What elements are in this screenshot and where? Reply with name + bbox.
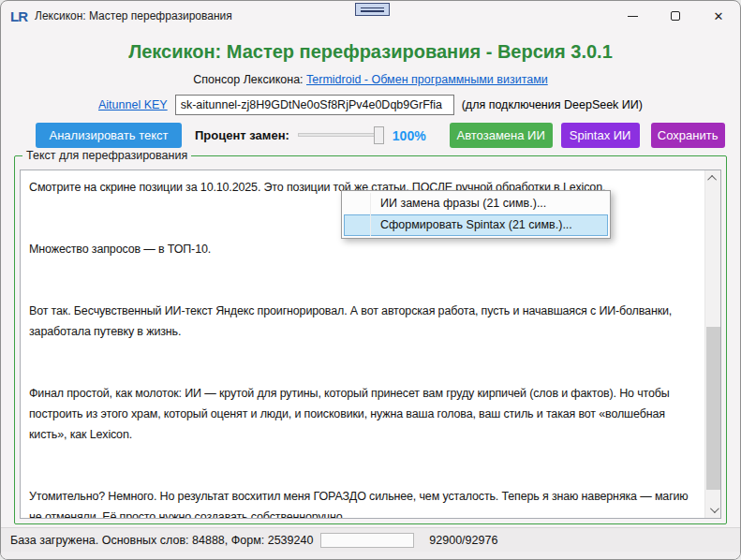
percent-value: 100%: [393, 128, 426, 143]
slider-thumb[interactable]: [374, 126, 384, 144]
groupbox-label: Текст для перефразирования: [22, 149, 191, 162]
minimize-icon: [628, 16, 638, 17]
app-logo-icon: LR: [10, 8, 27, 24]
page-title: Лексикон: Мастер перефразирования - Верс…: [1, 41, 740, 63]
window-bottom-edge: [1, 552, 740, 559]
analyze-text-button[interactable]: Анализировать текст: [36, 123, 182, 148]
menu-item-create-spintax[interactable]: Сформировать Spintax (21 симв.)...: [344, 214, 608, 236]
save-button[interactable]: Сохранить: [651, 123, 725, 148]
vertical-scrollbar[interactable]: [704, 170, 720, 518]
minimize-button[interactable]: [611, 1, 654, 31]
progress-bar: [320, 533, 414, 548]
chevron-up-icon: [707, 175, 717, 184]
maximize-icon: [671, 11, 680, 21]
toolbar: Анализировать текст Процент замен: 100% …: [36, 123, 740, 148]
percent-label: Процент замен:: [195, 128, 289, 142]
close-button[interactable]: ✕: [697, 1, 740, 31]
titlebar: LR Лексикон: Мастер перефразирования ✕: [1, 1, 740, 31]
api-key-note: (для подключения DeepSeek ИИ): [462, 98, 643, 111]
api-key-field[interactable]: [175, 95, 454, 115]
sponsor-link[interactable]: Termidroid - Обмен программными визитами: [306, 73, 548, 86]
word-counter: 92900/92976: [429, 534, 497, 547]
auto-replace-button[interactable]: Автозамена ИИ: [450, 123, 553, 148]
scroll-up-button[interactable]: [705, 170, 721, 186]
window-title: Лексикон: Мастер перефразирования: [35, 9, 232, 22]
scroll-down-button[interactable]: [705, 502, 721, 518]
status-bar: База загружена. Основных слов: 84888, Фо…: [1, 527, 740, 552]
chevron-down-icon: [710, 504, 719, 513]
maximize-button[interactable]: [654, 1, 697, 31]
spintax-button[interactable]: Spintax ИИ: [561, 123, 640, 148]
status-message: База загружена. Основных слов: 84888, Фо…: [10, 534, 313, 547]
api-key-row: Aitunnel KEY (для подключения DeepSeek И…: [1, 95, 740, 115]
app-window: LR Лексикон: Мастер перефразирования ✕ Л…: [0, 0, 741, 560]
menu-item-ai-replace[interactable]: ИИ замена фразы (21 симв.)...: [344, 193, 608, 214]
sponsor-row: Спонсор Лексикона: Termidroid - Обмен пр…: [1, 73, 740, 86]
replace-percent-slider[interactable]: [298, 126, 384, 144]
aitunnel-key-link[interactable]: Aitunnel KEY: [98, 98, 168, 111]
close-icon: ✕: [714, 10, 724, 22]
window-controls: ✕: [611, 1, 740, 31]
context-menu: ИИ замена фразы (21 симв.)... Сформирова…: [341, 190, 611, 239]
slider-track: [298, 133, 384, 137]
scrollbar-thumb[interactable]: [706, 327, 720, 490]
drag-handle-icon: [355, 3, 390, 16]
sponsor-label: Спонсор Лексикона:: [193, 73, 303, 86]
